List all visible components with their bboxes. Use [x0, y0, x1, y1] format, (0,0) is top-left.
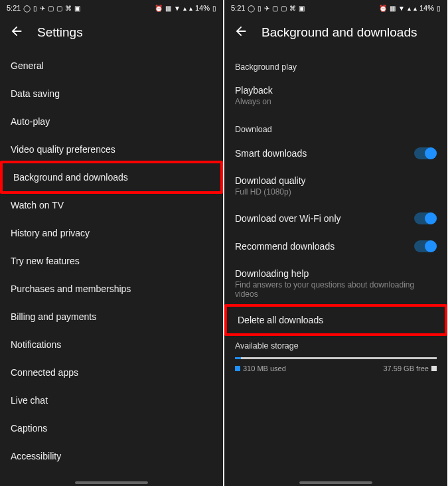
- status-right: ⏰ ▦ ▼ ▴ ▴ 14% ▯: [155, 4, 216, 12]
- settings-content: Background play Playback Always on Downl…: [224, 49, 447, 486]
- setting-title: Download quality: [235, 175, 437, 186]
- whatsapp-icon: ◯: [248, 5, 255, 12]
- section-background-play: Background play: [224, 52, 447, 77]
- legend-free: 37.59 GB free: [384, 364, 437, 372]
- page-title: Settings: [37, 25, 83, 40]
- section-download: Download: [224, 114, 447, 139]
- link-icon: ⌘: [289, 5, 296, 12]
- setting-recommend[interactable]: Recommend downloads: [224, 232, 447, 260]
- settings-item-connected-apps[interactable]: Connected apps: [0, 359, 223, 386]
- page-title: Background and downloads: [261, 25, 417, 40]
- link-icon: ⌘: [65, 5, 72, 12]
- setting-title: Smart downloads: [235, 148, 406, 159]
- setting-help[interactable]: Downloading help Find answers to your qu…: [224, 260, 447, 307]
- image-icon-2: ▢: [281, 5, 287, 12]
- back-arrow-icon[interactable]: [234, 24, 248, 41]
- status-left: 5:21 ◯ ▯ ✈ ▢ ▢ ⌘ ▣: [231, 4, 305, 12]
- alarm-icon: ⏰: [155, 5, 163, 12]
- legend-box-used-icon: [235, 366, 240, 371]
- setting-smart-downloads[interactable]: Smart downloads: [224, 139, 447, 167]
- battery-percent: 14%: [195, 4, 210, 12]
- wifi-icon: ▼: [398, 5, 405, 12]
- setting-wifi-only[interactable]: Download over Wi-Fi only: [224, 204, 447, 232]
- settings-item-notifications[interactable]: Notifications: [0, 331, 223, 359]
- notification-icon: ▦: [165, 5, 171, 12]
- home-indicator[interactable]: [75, 481, 148, 484]
- card-icon: ▯: [258, 5, 261, 12]
- battery-percent: 14%: [419, 4, 434, 12]
- settings-item-auto-play[interactable]: Auto-play: [0, 108, 223, 135]
- setting-title: Delete all downloads: [238, 315, 434, 325]
- settings-list: General Data saving Auto-play Video qual…: [0, 49, 223, 486]
- back-arrow-icon[interactable]: [9, 24, 24, 41]
- toggle-smart-downloads[interactable]: [414, 147, 437, 159]
- setting-delete-all[interactable]: Delete all downloads: [224, 304, 447, 336]
- setting-title: Download over Wi-Fi only: [235, 213, 406, 224]
- signal-icon-2: ▴: [413, 5, 417, 12]
- settings-item-background-downloads[interactable]: Background and downloads: [0, 161, 223, 194]
- legend-box-free-icon: [431, 366, 437, 371]
- storage-bar-used: [235, 357, 241, 359]
- status-left: 5:21 ◯ ▯ ✈ ▢ ▢ ⌘ ▣: [7, 4, 80, 12]
- whatsapp-icon: ◯: [23, 5, 31, 12]
- alarm-icon: ⏰: [379, 5, 387, 12]
- status-right: ⏰ ▦ ▼ ▴ ▴ 14% ▯: [379, 4, 441, 12]
- legend-used-text: 310 MB used: [243, 364, 286, 372]
- toggle-wifi-only[interactable]: [414, 212, 437, 224]
- storage-section: Available storage 310 MB used 37.59 GB f…: [224, 333, 447, 378]
- home-indicator[interactable]: [299, 481, 372, 484]
- legend-used: 310 MB used: [235, 364, 286, 372]
- notification-icon: ▦: [390, 5, 396, 12]
- setting-download-quality[interactable]: Download quality Full HD (1080p): [224, 167, 447, 204]
- setting-subtitle: Find answers to your questions about dow…: [235, 280, 437, 299]
- settings-item-video-quality[interactable]: Video quality preferences: [0, 135, 223, 163]
- storage-bar: [235, 357, 437, 359]
- setting-subtitle: Full HD (1080p): [235, 187, 437, 197]
- status-bar: 5:21 ◯ ▯ ✈ ▢ ▢ ⌘ ▣ ⏰ ▦ ▼ ▴ ▴ 14% ▯: [224, 0, 447, 16]
- settings-item-general[interactable]: General: [0, 52, 223, 80]
- settings-item-billing[interactable]: Billing and payments: [0, 303, 223, 331]
- settings-item-accessibility[interactable]: Accessibility: [0, 442, 223, 470]
- image-icon-2: ▢: [56, 5, 62, 12]
- toggle-recommend[interactable]: [414, 240, 437, 252]
- header: Settings: [0, 16, 223, 49]
- telegram-icon: ✈: [264, 5, 269, 12]
- setting-playback[interactable]: Playback Always on: [224, 77, 447, 114]
- status-bar: 5:21 ◯ ▯ ✈ ▢ ▢ ⌘ ▣ ⏰ ▦ ▼ ▴ ▴ 14% ▯: [0, 0, 223, 16]
- status-time: 5:21: [7, 4, 21, 12]
- setting-subtitle: Always on: [235, 97, 437, 106]
- signal-icon-2: ▴: [189, 5, 192, 12]
- settings-item-purchases[interactable]: Purchases and memberships: [0, 275, 223, 303]
- storage-title: Available storage: [235, 341, 437, 351]
- app-icon: ▣: [74, 5, 80, 12]
- settings-item-captions[interactable]: Captions: [0, 414, 223, 442]
- battery-icon: ▯: [212, 5, 216, 12]
- status-time: 5:21: [231, 4, 245, 12]
- setting-title: Playback: [235, 85, 437, 96]
- image-icon: ▢: [48, 5, 54, 12]
- settings-item-try-features[interactable]: Try new features: [0, 247, 223, 275]
- battery-icon: ▯: [437, 5, 441, 12]
- setting-title: Recommend downloads: [235, 241, 406, 252]
- app-icon: ▣: [299, 5, 305, 12]
- right-phone-screen: 5:21 ◯ ▯ ✈ ▢ ▢ ⌘ ▣ ⏰ ▦ ▼ ▴ ▴ 14% ▯ Backg…: [224, 0, 447, 486]
- legend-free-text: 37.59 GB free: [384, 364, 429, 372]
- settings-item-history[interactable]: History and privacy: [0, 219, 223, 247]
- setting-title: Downloading help: [235, 268, 437, 279]
- header: Background and downloads: [224, 16, 447, 49]
- telegram-icon: ✈: [40, 5, 45, 12]
- wifi-icon: ▼: [174, 5, 181, 12]
- settings-item-data-saving[interactable]: Data saving: [0, 80, 223, 108]
- signal-icon: ▴: [408, 5, 411, 12]
- storage-legend: 310 MB used 37.59 GB free: [235, 364, 437, 372]
- image-icon: ▢: [272, 5, 278, 12]
- card-icon: ▯: [33, 5, 37, 12]
- signal-icon: ▴: [183, 5, 187, 12]
- left-phone-screen: 5:21 ◯ ▯ ✈ ▢ ▢ ⌘ ▣ ⏰ ▦ ▼ ▴ ▴ 14% ▯ Setti…: [0, 0, 223, 486]
- settings-item-watch-tv[interactable]: Watch on TV: [0, 191, 223, 219]
- settings-item-live-chat[interactable]: Live chat: [0, 386, 223, 414]
